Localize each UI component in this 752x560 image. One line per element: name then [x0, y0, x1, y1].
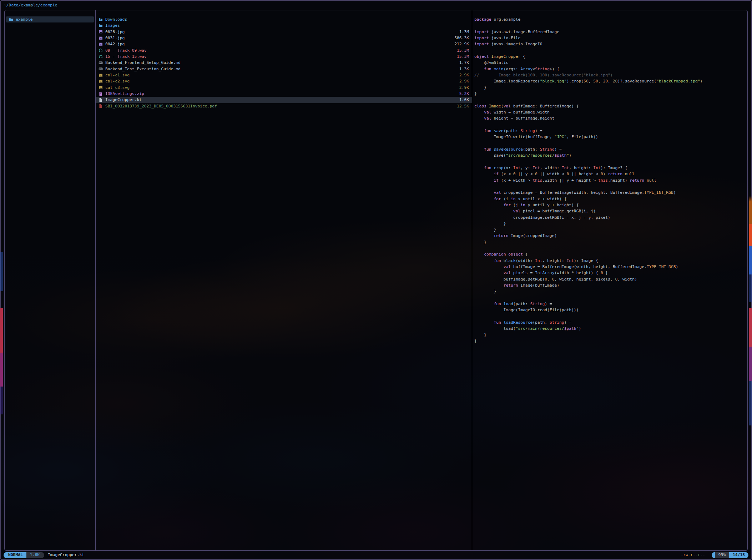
code-line [474, 47, 747, 54]
code-line: fun saveResource(path: String) = [474, 146, 747, 152]
file-row[interactable]: cal-c2.svg2.9K [96, 78, 472, 84]
file-size-badge: 1.6K [26, 552, 44, 558]
file-row[interactable]: Backend_Test_Execution_Guide.md1.3K [96, 66, 472, 72]
code-line: for (j in y until y + height) { [474, 202, 747, 208]
code-line: } [474, 338, 747, 344]
image-icon [99, 42, 103, 46]
parent-directory-pane: example [5, 10, 96, 550]
terminal-window: ~/Data/example/example example Downloads… [0, 0, 752, 560]
file-row[interactable]: ImageCropper.kt1.6K [96, 97, 472, 103]
current-path-title: ~/Data/example/example [4, 2, 57, 8]
cursor-position: 14/15 [729, 552, 748, 558]
markdown-icon [99, 61, 103, 65]
file-row[interactable]: 0042.jpg212.9K [96, 41, 472, 47]
file-name: 15 - Track 15.wav [105, 54, 454, 60]
file-name: IDEAsettings.zip [105, 91, 456, 97]
file-row[interactable]: Downloads [96, 16, 472, 22]
code-line: val pixel = buffImage.getRGB(i, j) [474, 208, 747, 214]
file-size: 2.9K [459, 72, 469, 78]
code-line: croppedImage.setRGB(i - x, j - y, pixel) [474, 215, 747, 221]
file-name: Backend_Test_Execution_Guide.md [105, 66, 456, 72]
zip-icon [99, 92, 103, 96]
code-line: package org.example [474, 16, 747, 22]
pill-cap [712, 552, 715, 558]
pdf-icon [99, 104, 103, 108]
code-preview: package org.example import java.awt.imag… [474, 16, 747, 344]
file-size: 1.3M [459, 29, 469, 35]
code-line: } [474, 239, 747, 245]
code-line: if (x + width > this.width || y + height… [474, 177, 747, 183]
file-size: 586.3K [454, 35, 469, 41]
code-line: } [474, 227, 747, 233]
code-line [474, 295, 747, 301]
file-size: 12.5K [457, 103, 469, 109]
file-row[interactable]: Images [96, 22, 472, 29]
file-row[interactable]: cal-c1.svg2.9K [96, 72, 472, 78]
file-size: 2.9K [459, 85, 469, 91]
file-permissions: -rw-r--r-- [681, 552, 705, 558]
file-row[interactable]: Backend_Frontend_Setup_Guide.md1.7K [96, 60, 472, 66]
file-name: Images [105, 22, 469, 29]
code-line: load("src/main/resources/$path") [474, 326, 747, 332]
code-line [474, 122, 747, 128]
code-line: val croppedImage = BufferedImage(width, … [474, 190, 747, 196]
file-row[interactable]: 15 - Track 15.wav15.3M [96, 54, 472, 60]
code-line [474, 22, 747, 29]
file-row[interactable]: SBI_0032013739_2023_DE05_0003155631Invoi… [96, 103, 472, 109]
file-name: cal-c1.svg [105, 72, 456, 78]
file-size: 1.6K [459, 97, 469, 103]
code-line: return Image(croppedImage) [474, 233, 747, 239]
file-size: 5.2K [459, 91, 469, 97]
file-name: 09 - Track 09.wav [105, 47, 454, 54]
code-line: return Image(buffImage) [474, 282, 747, 288]
folder-icon [9, 17, 13, 22]
code-line: @JvmStatic [474, 60, 747, 66]
current-directory-pane: DownloadsImages0028.jpg1.3M0031.jpg586.3… [96, 10, 472, 550]
code-line: for (i in x until x + width) { [474, 196, 747, 202]
audio-icon [99, 48, 103, 52]
code-line: val buffImage = BufferedImage(width, hei… [474, 264, 747, 270]
file-name: SBI_0032013739_2023_DE05_0003155631Invoi… [105, 103, 454, 109]
code-line: object ImageCropper { [474, 54, 747, 60]
file-size: 1.3K [459, 66, 469, 72]
file-row[interactable]: cal-c3.svg2.9K [96, 85, 472, 91]
code-line: } [474, 91, 747, 97]
file-size: 15.3M [457, 47, 469, 54]
file-row[interactable]: 0031.jpg586.3K [96, 35, 472, 41]
code-line: import java.io.File [474, 35, 747, 41]
code-line [474, 313, 747, 319]
image-icon [99, 85, 103, 90]
file-size: 212.9K [454, 41, 469, 47]
image-icon [99, 73, 103, 77]
code-line: } [474, 85, 747, 91]
file-size: 2.9K [459, 78, 469, 84]
code-line [474, 245, 747, 251]
code-line: fun save(path: String) = [474, 128, 747, 134]
code-line: Image(ImageIO.read(File(path))) [474, 307, 747, 313]
code-line: import java.awt.image.BufferedImage [474, 29, 747, 35]
file-name: 0031.jpg [105, 35, 451, 41]
file-name: ImageCropper.kt [105, 97, 456, 103]
file-name: 0042.jpg [105, 41, 451, 47]
code-line: fun main(args: Array<String>) { [474, 66, 747, 72]
file-name: Backend_Frontend_Setup_Guide.md [105, 60, 456, 66]
file-row[interactable]: 0028.jpg1.3M [96, 29, 472, 35]
file-name: cal-c3.svg [105, 85, 456, 91]
code-line: if (x < 0 || y < 0 || width < 0 || heigh… [474, 171, 747, 177]
file-row[interactable]: IDEAsettings.zip5.2K [96, 91, 472, 97]
file-preview-pane: package org.example import java.awt.imag… [472, 10, 747, 550]
status-left: NORMAL 1.6K ImageCropper.kt [4, 552, 84, 558]
parent-item-row[interactable]: example [6, 16, 94, 22]
yazi-file-manager: example DownloadsImages0028.jpg1.3M0031.… [4, 10, 748, 551]
file-size: 15.3M [457, 54, 469, 60]
code-line: // Image.black(100, 100).saveResource("b… [474, 72, 747, 78]
image-icon [99, 79, 103, 84]
code-line: fun loadResource(path: String) = [474, 319, 747, 326]
image-icon [99, 36, 103, 40]
file-row[interactable]: 09 - Track 09.wav15.3M [96, 47, 472, 54]
code-line [474, 159, 747, 165]
code-line: fun black(width: Int, height: Int): Imag… [474, 258, 747, 264]
code-line: import javax.imageio.ImageIO [474, 41, 747, 47]
scroll-percent: 93% [715, 552, 729, 558]
code-line: val height = buffImage.height [474, 115, 747, 121]
